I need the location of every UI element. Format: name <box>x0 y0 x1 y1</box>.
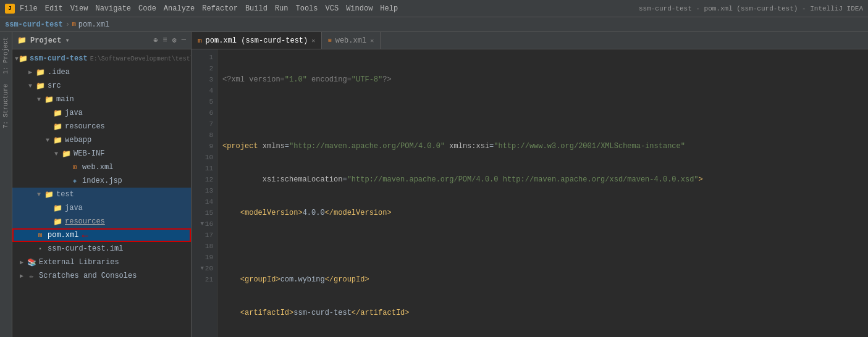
tree-item-webapp[interactable]: ▼ 📁 webapp <box>12 133 191 147</box>
tree-item-resources[interactable]: 📁 resources <box>12 120 191 133</box>
line-num-8: 8 <box>192 130 213 141</box>
settings-icon[interactable]: ⚙ <box>172 36 177 45</box>
menu-refactor[interactable]: Refactor <box>202 4 238 13</box>
tree-label-scratches: Scratches and Consoles <box>39 272 137 280</box>
tree-label-src: src <box>48 81 61 90</box>
line-num-11: 11 <box>192 163 213 174</box>
tree-label-pomxml: pom.xml <box>48 231 78 239</box>
arrow-webapp: ▼ <box>43 137 52 144</box>
line-num-18: 18 <box>192 241 213 252</box>
tree-item-testjava[interactable]: 📁 java <box>12 201 191 215</box>
tree-label-webxml: web.xml <box>82 163 113 172</box>
tab-xml-icon: ⊞ <box>328 37 331 44</box>
line-num-6: 6 <box>192 107 213 119</box>
maven-icon: m <box>72 21 76 28</box>
code-line-8: <artifactId>ssm-curd-test</artifactId> <box>222 307 863 318</box>
tree-item-root[interactable]: ▼ 📁 ssm-curd-test E:\SoftwareDevelopment… <box>12 52 191 65</box>
menu-build[interactable]: Build <box>245 4 268 13</box>
webinf-icon: 📁 <box>61 149 72 159</box>
header-dropdown-icon[interactable]: ▾ <box>65 36 69 45</box>
menu-navigate[interactable]: Navigate <box>95 4 131 13</box>
line-numbers: 1 2 3 4 5 6 7 8 9 10 11 12 13 14 15 ▼16 … <box>192 49 217 337</box>
breadcrumb-project[interactable]: ssm-curd-test <box>5 20 63 29</box>
jsp-icon: ◈ <box>69 177 80 185</box>
tree-item-src[interactable]: ▼ 📁 src <box>12 79 191 93</box>
code-line-7: <groupId>com.wybing</groupId> <box>222 274 863 285</box>
line-num-19: 19 <box>192 252 213 263</box>
main-layout: 1: Project 7: Structure 📁 Project ▾ ⊕ ≡ … <box>0 32 868 337</box>
breadcrumb-file[interactable]: pom.xml <box>78 20 109 29</box>
line-num-5: 5 <box>192 96 213 107</box>
code-content[interactable]: <?xml version="1.0" encoding="UTF-8"?> <… <box>217 49 868 337</box>
tree-label-webapp: webapp <box>65 136 91 144</box>
minimize-icon[interactable]: — <box>182 36 186 45</box>
line-num-14: 14 <box>192 196 213 207</box>
code-editor[interactable]: 1 2 3 4 5 6 7 8 9 10 11 12 13 14 15 ▼16 … <box>192 49 868 337</box>
tree-label-test: test <box>56 190 74 199</box>
line-num-4: 4 <box>192 85 213 96</box>
tab-webxml-close[interactable]: ✕ <box>370 37 374 44</box>
tree-label-extlibs: External Libraries <box>39 258 119 267</box>
scratches-icon: ✏ <box>26 272 37 281</box>
tree-item-indexjsp[interactable]: ◈ index.jsp <box>12 174 191 188</box>
code-line-4: xsi:schemaLocation="http://maven.apache.… <box>222 174 863 185</box>
code-line-2 <box>222 107 863 119</box>
tree-item-idea[interactable]: ▶ 📁 .idea <box>12 65 191 79</box>
tree-item-testres[interactable]: 📁 resources <box>12 215 191 228</box>
line-num-20: ▼20 <box>192 263 213 274</box>
line-num-12: 12 <box>192 174 213 185</box>
code-line-3: <project xmlns="http://maven.apache.org/… <box>222 141 863 152</box>
tree-item-webinf[interactable]: ▼ 📁 WEB-INF <box>12 147 191 160</box>
menu-analyze[interactable]: Analyze <box>164 4 195 13</box>
tree-item-scratches[interactable]: ▶ ✏ Scratches and Consoles <box>12 269 191 283</box>
line-num-17: 17 <box>192 230 213 241</box>
tab-pomxml[interactable]: m pom.xml (ssm-curd-test) ✕ <box>192 32 322 49</box>
arrow-scratches: ▶ <box>17 272 26 280</box>
title-bar: J File Edit View Navigate Code Analyze R… <box>0 0 868 17</box>
arrow-idea: ▶ <box>26 69 35 76</box>
tabs-bar: m pom.xml (ssm-curd-test) ✕ ⊞ web.xml ✕ <box>192 32 868 49</box>
tree-item-webxml[interactable]: ⊞ web.xml <box>12 160 191 174</box>
fold-icon-16[interactable]: ▼ <box>200 218 203 230</box>
collapse-icon[interactable]: ≡ <box>162 36 167 45</box>
tree-path-root: E:\SoftwareDevelopment\test\ssm-curd-tes… <box>90 56 191 62</box>
breadcrumb: ssm-curd-test › m pom.xml <box>0 17 868 32</box>
arrow-test: ▼ <box>35 191 43 198</box>
project-tree: ▼ 📁 ssm-curd-test E:\SoftwareDevelopment… <box>12 49 191 337</box>
fold-icon-20[interactable]: ▼ <box>200 263 203 274</box>
locate-icon[interactable]: ⊕ <box>153 36 158 45</box>
menu-view[interactable]: View <box>70 4 88 13</box>
menu-help[interactable]: Help <box>380 4 398 13</box>
tree-label-java: java <box>65 109 83 117</box>
tree-item-extlibs[interactable]: ▶ 📚 External Libraries <box>12 256 191 269</box>
menu-tools[interactable]: Tools <box>296 4 318 13</box>
tree-item-main[interactable]: ▼ 📁 main <box>12 93 191 106</box>
tab-pomxml-close[interactable]: ✕ <box>311 37 315 44</box>
menu-vcs[interactable]: VCS <box>326 4 339 13</box>
menu-run[interactable]: Run <box>275 4 289 13</box>
tab-maven-icon: m <box>198 37 202 44</box>
tree-item-pomxml[interactable]: m pom.xml ⟵ <box>12 228 191 242</box>
tree-label-iml: ssm-curd-test.iml <box>48 244 123 253</box>
arrow-webinf: ▼ <box>52 151 61 157</box>
project-tab-label[interactable]: 1: Project <box>1 32 11 79</box>
tab-webxml[interactable]: ⊞ web.xml ✕ <box>322 32 381 49</box>
editor-area: m pom.xml (ssm-curd-test) ✕ ⊞ web.xml ✕ … <box>192 32 868 337</box>
menu-code[interactable]: Code <box>138 4 156 13</box>
menu-edit[interactable]: Edit <box>45 4 63 13</box>
arrow-extlibs: ▶ <box>17 259 26 266</box>
line-num-21: 21 <box>192 274 213 285</box>
structure-tab-label[interactable]: 7: Structure <box>1 79 11 133</box>
tree-item-test[interactable]: ▼ 📁 test <box>12 188 191 201</box>
arrow-src: ▼ <box>26 83 35 89</box>
code-line-1: <?xml version="1.0" encoding="UTF-8"?> <box>222 74 863 85</box>
testres-icon: 📁 <box>52 217 63 227</box>
tree-item-java[interactable]: 📁 java <box>12 106 191 120</box>
line-num-3: 3 <box>192 74 213 85</box>
header-actions: ⊕ ≡ ⚙ — <box>153 36 186 45</box>
menu-file[interactable]: File <box>20 4 38 13</box>
breadcrumb-separator: › <box>65 20 70 29</box>
menu-window[interactable]: Window <box>346 4 373 13</box>
tree-item-iml[interactable]: ▪ ssm-curd-test.iml <box>12 242 191 256</box>
line-num-16: ▼16 <box>192 218 213 230</box>
